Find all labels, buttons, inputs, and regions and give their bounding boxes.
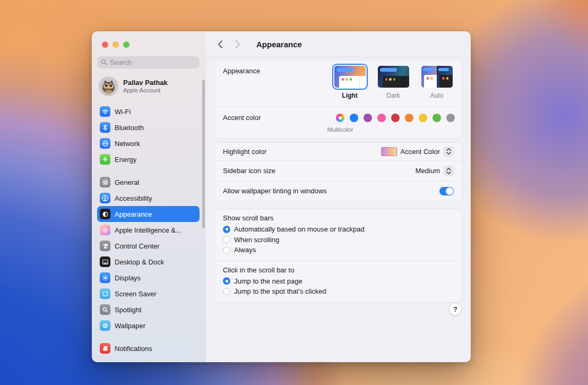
highlight-color-value: Accent Color bbox=[401, 148, 440, 156]
wallpaper-icon bbox=[100, 320, 110, 331]
sidebar-item-label: Displays bbox=[115, 274, 141, 282]
accent-swatch-graphite[interactable] bbox=[446, 114, 455, 122]
settings-main-pane: Appearance Appearance bbox=[206, 31, 471, 362]
sidebar-item-label: Control Center bbox=[115, 242, 160, 250]
help-button[interactable]: ? bbox=[449, 303, 462, 315]
radio-automatically[interactable]: Automatically based on mouse or trackpad bbox=[223, 224, 454, 235]
sidebar-item-label: Desktop & Dock bbox=[115, 258, 164, 266]
sidebar-nav: Wi-Fi Bluetooth Network bbox=[97, 104, 200, 356]
show-scroll-bars-title: Show scroll bars bbox=[223, 214, 454, 222]
sidebar-item-general[interactable]: General bbox=[97, 174, 200, 190]
globe-icon bbox=[100, 138, 110, 149]
desktop-wallpaper: Search Pallav Pathak bbox=[0, 0, 588, 385]
accent-swatch-multicolor[interactable] bbox=[336, 114, 344, 122]
bluetooth-icon bbox=[100, 122, 110, 133]
radio-always[interactable]: Always bbox=[223, 245, 454, 255]
radio-unselected-icon bbox=[223, 246, 230, 254]
appearance-row: Appearance bbox=[215, 60, 462, 106]
sidebar-item-label: Notifications bbox=[115, 345, 152, 353]
highlight-color-select[interactable]: Accent Color bbox=[381, 147, 454, 157]
profile-subtitle: Apple Account bbox=[123, 87, 168, 94]
radio-unselected-icon bbox=[223, 288, 230, 295]
sidebar-item-energy[interactable]: Energy bbox=[97, 151, 200, 167]
sidebar-item-accessibility[interactable]: Accessibility bbox=[97, 190, 200, 206]
window-controls bbox=[97, 31, 206, 48]
dark-thumbnail bbox=[376, 64, 411, 90]
sidebar-icon-size-label: Sidebar icon size bbox=[223, 167, 275, 175]
avatar bbox=[99, 76, 118, 96]
sidebar-item-network[interactable]: Network bbox=[97, 135, 200, 151]
back-button[interactable] bbox=[214, 38, 226, 50]
sidebar-item-label: Apple Intelligence &... bbox=[115, 226, 181, 234]
minimize-button[interactable] bbox=[113, 41, 119, 48]
search-icon bbox=[101, 58, 107, 67]
appearance-options: Light bbox=[332, 64, 455, 99]
sidebar-item-label: Screen Saver bbox=[115, 290, 157, 298]
appearance-icon bbox=[100, 209, 110, 219]
sidebar-item-desktop-dock[interactable]: Desktop & Dock bbox=[97, 254, 200, 270]
sidebar-item-screen-saver[interactable]: Screen Saver bbox=[97, 286, 200, 302]
sidebar-item-displays[interactable]: Displays bbox=[97, 270, 200, 286]
accent-swatch-red[interactable] bbox=[391, 114, 400, 122]
scroll-bars-group: Show scroll bars Automatically based on … bbox=[214, 209, 462, 303]
highlight-color-label: Highlight color bbox=[223, 148, 266, 156]
toggle-knob bbox=[446, 187, 453, 195]
accent-swatch-pink[interactable] bbox=[377, 114, 386, 122]
apple-intelligence-icon bbox=[100, 225, 110, 235]
accent-swatch-orange[interactable] bbox=[405, 114, 413, 122]
sidebar-item-wallpaper[interactable]: Wallpaper bbox=[97, 318, 200, 333]
sidebar-item-spotlight[interactable]: Spotlight bbox=[97, 302, 200, 318]
accent-swatch-blue[interactable] bbox=[350, 114, 358, 122]
gear-icon bbox=[100, 177, 110, 187]
accent-swatch-yellow[interactable] bbox=[419, 114, 427, 122]
forward-button[interactable] bbox=[232, 38, 244, 50]
apple-account-item[interactable]: Pallav Pathak Apple Account bbox=[99, 76, 200, 96]
accent-swatch-green[interactable] bbox=[433, 114, 441, 122]
appearance-option-auto[interactable]: Auto bbox=[419, 64, 455, 99]
notifications-icon bbox=[100, 343, 110, 354]
sidebar-icon-size-row: Sidebar icon size Medium bbox=[215, 160, 462, 181]
click-scroll-bar-title: Click in the scroll bar to bbox=[223, 266, 454, 274]
radio-when-scrolling[interactable]: When scrolling bbox=[223, 235, 454, 245]
wallpaper-tinting-toggle[interactable] bbox=[439, 187, 454, 195]
sidebar-icon-size-value: Medium bbox=[416, 167, 440, 175]
appearance-label: Appearance bbox=[223, 67, 260, 75]
system-settings-window: Search Pallav Pathak bbox=[92, 31, 471, 362]
sidebar-item-label: Wallpaper bbox=[115, 322, 145, 330]
close-button[interactable] bbox=[102, 41, 108, 48]
highlight-color-row: Highlight color Accent Color bbox=[215, 142, 462, 160]
wallpaper-tinting-row: Allow wallpaper tinting in windows bbox=[215, 181, 462, 201]
auto-label: Auto bbox=[430, 92, 444, 99]
sidebar-icon-size-select[interactable]: Medium bbox=[416, 166, 454, 176]
bolt-icon bbox=[100, 154, 110, 165]
auto-thumbnail bbox=[419, 64, 455, 90]
zoom-button[interactable] bbox=[123, 41, 129, 48]
accent-swatch-purple[interactable] bbox=[364, 114, 372, 122]
sidebar-item-control-center[interactable]: Control Center bbox=[97, 238, 200, 254]
radio-jump-next-page[interactable]: Jump to the next page bbox=[223, 276, 454, 287]
sidebar-scrollbar[interactable] bbox=[202, 80, 205, 228]
sidebar-item-wifi[interactable]: Wi-Fi bbox=[97, 104, 200, 119]
sidebar-item-label: Bluetooth bbox=[115, 124, 144, 132]
sidebar-item-bluetooth[interactable]: Bluetooth bbox=[97, 119, 200, 135]
accent-swatches: Multicolor bbox=[336, 114, 455, 122]
sidebar-group-gap bbox=[97, 333, 200, 340]
accessibility-icon bbox=[100, 193, 110, 203]
sidebar-item-notifications[interactable]: Notifications bbox=[97, 340, 200, 356]
sidebar-item-label: Spotlight bbox=[115, 306, 142, 314]
appearance-option-dark[interactable]: Dark bbox=[375, 64, 411, 99]
search-input[interactable]: Search bbox=[97, 56, 200, 69]
profile-name: Pallav Pathak bbox=[123, 79, 168, 87]
radio-jump-to-spot[interactable]: Jump to the spot that's clicked bbox=[223, 286, 454, 297]
stepper-icon[interactable] bbox=[444, 147, 454, 157]
screen-saver-icon bbox=[100, 288, 110, 299]
light-label: Light bbox=[342, 92, 357, 99]
appearance-option-light[interactable]: Light bbox=[332, 64, 368, 99]
sidebar-item-label: Network bbox=[115, 140, 140, 148]
sidebar-group-gap bbox=[97, 167, 200, 174]
sidebar-item-apple-intelligence[interactable]: Apple Intelligence &... bbox=[97, 222, 200, 238]
radio-selected-icon bbox=[223, 226, 230, 233]
stepper-icon[interactable] bbox=[444, 166, 454, 176]
sidebar-item-appearance[interactable]: Appearance bbox=[97, 206, 200, 222]
displays-icon bbox=[100, 272, 110, 283]
